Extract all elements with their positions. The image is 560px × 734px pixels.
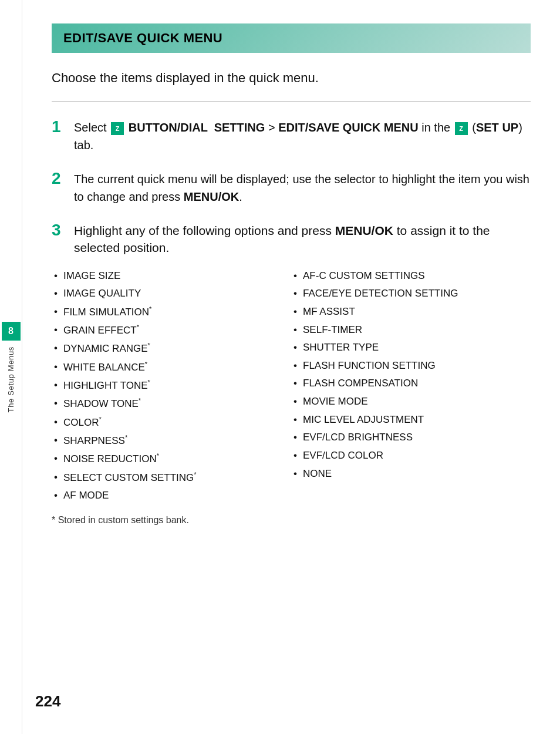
list-item: GRAIN EFFECT* [52, 321, 291, 339]
sidebar-tab: 8 The Setup Menus [0, 0, 22, 734]
footnote: * Stored in custom settings bank. [52, 515, 531, 526]
options-right-column: AF-C CUSTOM SETTINGS FACE/EYE DETECTION … [291, 267, 531, 505]
step-1-content: Select Z BUTTON/DIAL SETTING > EDIT/SAVE… [74, 119, 531, 154]
step-3-number: 3 [52, 221, 74, 240]
list-item: MF ASSIST [291, 303, 531, 321]
list-item: SELF-TIMER [291, 321, 531, 339]
divider [52, 102, 531, 102]
list-item: MIC LEVEL ADJUSTMENT [291, 411, 531, 429]
sidebar-tab-label: The Setup Menus [6, 346, 15, 412]
intro-text: Choose the items displayed in the quick … [52, 69, 531, 87]
step-1-setup: SET UP [476, 121, 518, 134]
list-item: SHUTTER TYPE [291, 339, 531, 357]
list-item: DYNAMIC RANGE* [52, 339, 291, 358]
step-1: 1 Select Z BUTTON/DIAL SETTING > EDIT/SA… [52, 119, 531, 154]
setup-icon-2: Z [455, 122, 468, 135]
step-2-number: 2 [52, 169, 74, 188]
header-banner: EDIT/SAVE QUICK MENU [52, 23, 531, 53]
step-1-bold-1: BUTTON/DIAL SETTING [129, 121, 265, 134]
list-item: FLASH FUNCTION SETTING [291, 357, 531, 375]
setup-icon: Z [111, 122, 124, 135]
list-item: COLOR* [52, 413, 291, 432]
list-item: HIGHLIGHT TONE* [52, 376, 291, 395]
list-item: AF MODE [52, 487, 291, 505]
list-item: EVF/LCD BRIGHTNESS [291, 429, 531, 447]
list-item: SELECT CUSTOM SETTING* [52, 469, 291, 487]
step-2-menuok: MENU/OK [184, 190, 239, 203]
list-item: NONE [291, 465, 531, 483]
step-1-number: 1 [52, 117, 74, 136]
list-item: IMAGE QUALITY [52, 285, 291, 303]
list-item: NOISE REDUCTION* [52, 450, 291, 468]
step-3-row: 3 Highlight any of the following options… [52, 222, 531, 267]
step-3-menuok: MENU/OK [335, 224, 393, 237]
list-item: WHITE BALANCE* [52, 358, 291, 376]
main-content: EDIT/SAVE QUICK MENU Choose the items di… [22, 0, 560, 567]
chapter-number: 8 [2, 322, 21, 341]
options-columns: IMAGE SIZE IMAGE QUALITY FILM SIMULATION… [52, 267, 531, 505]
page-title: EDIT/SAVE QUICK MENU [63, 31, 222, 45]
step-1-bold-2: EDIT/SAVE QUICK MENU [278, 121, 419, 134]
list-item: FACE/EYE DETECTION SETTING [291, 285, 531, 303]
list-item: FILM SIMULATION* [52, 303, 291, 321]
list-item: SHADOW TONE* [52, 395, 291, 413]
step-2-content: The current quick menu will be displayed… [74, 170, 531, 206]
list-item: AF-C CUSTOM SETTINGS [291, 267, 531, 285]
step-3-intro: Highlight any of the following options a… [74, 222, 531, 257]
step-2: 2 The current quick menu will be display… [52, 170, 531, 206]
list-item: FLASH COMPENSATION [291, 375, 531, 393]
list-item: MOVIE MODE [291, 393, 531, 411]
page-number: 224 [35, 692, 60, 711]
list-item: IMAGE SIZE [52, 267, 291, 285]
step-3-block: 3 Highlight any of the following options… [52, 222, 531, 526]
list-item: EVF/LCD COLOR [291, 447, 531, 465]
options-left-column: IMAGE SIZE IMAGE QUALITY FILM SIMULATION… [52, 267, 291, 505]
list-item: SHARPNESS* [52, 432, 291, 450]
